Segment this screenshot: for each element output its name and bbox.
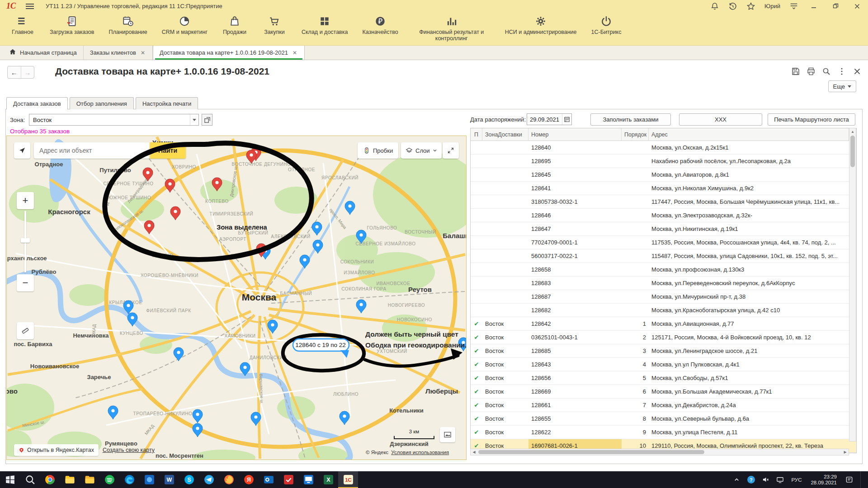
save-icon[interactable] <box>791 67 800 76</box>
form-tab[interactable]: Настройка печати <box>136 97 198 109</box>
vertical-scroll-thumb[interactable] <box>850 136 855 167</box>
redapp-icon[interactable] <box>278 471 298 488</box>
table-row[interactable]: ✔Восток1286696Москва, ул.Большая Академи… <box>471 385 856 399</box>
main-menu-icon[interactable] <box>26 4 34 9</box>
table-row[interactable]: ✔Восток1286229Москва, ул.улица Пестеля, … <box>471 426 856 439</box>
column-header[interactable]: Порядок <box>622 128 649 141</box>
column-header[interactable]: Номер <box>528 128 622 141</box>
back-button[interactable]: ← <box>8 66 21 78</box>
window-tab-home[interactable]: Начальная страница <box>3 46 84 60</box>
folder2-icon[interactable] <box>80 471 99 488</box>
map-search-input[interactable] <box>34 147 150 154</box>
start-button[interactable] <box>0 471 20 488</box>
map-search-box[interactable] <box>34 142 150 159</box>
table-row[interactable]: 128682Москва, ул.Краснобогатырская улица… <box>471 304 856 317</box>
map-find-button[interactable]: Найти <box>150 142 186 159</box>
orders-date-field[interactable] <box>527 113 572 125</box>
zone-combobox[interactable] <box>29 114 199 126</box>
form-tab[interactable]: Отбор заполнения <box>70 97 134 109</box>
zone-input[interactable] <box>29 117 190 123</box>
layers-button[interactable]: Слои <box>401 142 442 159</box>
ribbon-item-chart[interactable]: Финансовый результат и контроллинг <box>406 12 498 42</box>
column-header[interactable]: П <box>471 128 482 141</box>
table-row[interactable]: 128683Москва, ул.Переведеновский переуло… <box>471 277 856 290</box>
table-row[interactable]: 128646Москва, ул.Электрозаводская, д.32к… <box>471 209 856 222</box>
vertical-scrollbar[interactable]: ▲ <box>849 128 856 441</box>
scroll-up-icon[interactable]: ▲ <box>849 128 856 135</box>
ribbon-item-boxes[interactable]: Склад и доставка <box>294 12 355 36</box>
table-row[interactable]: 77024709-0001-1117535, Россия, Москва, Р… <box>471 236 856 249</box>
skype-icon[interactable]: S <box>179 471 199 488</box>
edge-icon[interactable] <box>119 471 139 488</box>
yandex-icon[interactable]: Я <box>239 471 259 488</box>
favorites-star-icon[interactable] <box>746 2 755 11</box>
action-center-icon[interactable] <box>844 475 854 485</box>
taskbar-clock[interactable]: 23:2928.09.2021 <box>808 474 840 486</box>
table-row[interactable]: 128658Москва, ул.профсоюзная, д.130к3 <box>471 263 856 277</box>
forward-button[interactable]: → <box>21 66 34 78</box>
open-in-yandex-link[interactable]: Открыть в Яндекс.Картах <box>14 444 99 456</box>
fullscreen-button[interactable] <box>443 142 459 159</box>
notifications-bell-icon[interactable] <box>710 2 719 11</box>
yandex-map[interactable]: МоскваХимкиКрасногорскРеутовЛюберцыБалаш… <box>6 136 467 460</box>
taskbar-search-icon[interactable] <box>20 471 40 488</box>
history-icon[interactable] <box>728 2 737 11</box>
chrome-icon[interactable] <box>40 471 60 488</box>
ribbon-item-bag[interactable]: Продажи <box>215 12 255 36</box>
network-icon[interactable] <box>775 475 785 485</box>
tray-chevron-up-icon[interactable] <box>731 475 741 485</box>
orders-date-input[interactable] <box>527 116 562 123</box>
horizontal-scroll-thumb[interactable] <box>478 450 704 454</box>
user-menu-icon[interactable] <box>789 2 798 11</box>
table-row[interactable]: ✔Восток03625101-0043-12125171, Россия, М… <box>471 331 856 344</box>
firefox-icon[interactable] <box>219 471 239 488</box>
scroll-left-icon[interactable]: ◀ <box>471 450 477 454</box>
photos-icon[interactable] <box>139 471 159 488</box>
ribbon-item-menu[interactable]: Главное <box>3 12 42 36</box>
language-indicator[interactable]: РУС <box>789 477 803 483</box>
table-row[interactable]: ✔Восток1286434Москва, ул.ул Пулковская, … <box>471 358 856 371</box>
word-icon[interactable]: W <box>159 471 179 488</box>
traffic-button[interactable]: Пробки <box>358 142 398 159</box>
minimize-button[interactable] <box>807 2 820 11</box>
zoom-in-button[interactable]: + <box>17 192 34 209</box>
excel-icon[interactable]: X <box>318 471 338 488</box>
close-tab-icon[interactable]: ✕ <box>140 49 146 57</box>
zoom-slider-handle[interactable] <box>21 238 30 243</box>
scroll-right-icon[interactable]: ▶ <box>842 450 849 454</box>
ruler-button[interactable] <box>17 322 34 339</box>
ribbon-item-cart[interactable]: Закупки <box>255 12 294 36</box>
close-tab-icon[interactable]: ✕ <box>292 49 298 57</box>
zone-open-button[interactable] <box>202 114 212 126</box>
table-row[interactable]: 128640Москва, ул.Окская, д.2к15к1 <box>471 141 856 155</box>
ribbon-item-orders[interactable]: Загрузка заказов <box>42 12 101 36</box>
current-user[interactable]: Юрий <box>764 3 780 9</box>
close-form-icon[interactable] <box>853 67 862 76</box>
search-form-icon[interactable] <box>822 67 831 76</box>
more-dots-icon[interactable] <box>837 67 846 76</box>
zone-dropdown-icon[interactable] <box>190 114 198 125</box>
table-row[interactable]: 128695Нахабино рабочий посёлок, ул.Лесоп… <box>471 155 856 168</box>
table-row[interactable]: ✔Восток1286421Москва, ул.Авиационная, д.… <box>471 317 856 331</box>
ribbon-item-pie[interactable]: CRM и маркетинг <box>155 12 215 36</box>
geolocation-button[interactable] <box>14 142 30 159</box>
xxx-button[interactable]: XXX <box>679 113 762 126</box>
calendar-icon[interactable] <box>562 114 571 125</box>
table-row[interactable]: ✔Восток1286853Москва, ул.Ленинградское ш… <box>471 344 856 358</box>
window-tab[interactable]: Доставка товара на карте+ 1.0.0.16 19-08… <box>153 46 305 60</box>
ribbon-item-power[interactable]: 1С-Битрикс <box>584 12 629 36</box>
ribbon-item-gear[interactable]: НСИ и администрирование <box>498 12 584 36</box>
ribbon-item-planning[interactable]: Планирование <box>101 12 154 36</box>
onec-icon[interactable]: 1С <box>338 471 358 488</box>
table-row[interactable]: 128687Москва, ул.Мичуринский пр-т, д.38 <box>471 290 856 304</box>
greenapp-icon[interactable] <box>99 471 119 488</box>
telegram-icon[interactable] <box>199 471 219 488</box>
table-row[interactable]: 128647Москва, ул.Никитинская, д.19к1 <box>471 222 856 236</box>
table-row[interactable]: ✔Восток1286558Москва, ул.Северный бульва… <box>471 412 856 426</box>
form-tab[interactable]: Доставка заказов <box>6 97 68 109</box>
tvapp-icon[interactable] <box>298 471 318 488</box>
zoom-out-button[interactable]: − <box>17 274 34 291</box>
column-header[interactable]: Адрес <box>649 128 849 141</box>
print-route-sheet-button[interactable]: Печать Маршрутного листа <box>768 113 855 126</box>
table-row[interactable]: 31805738-0032-1117447, Россия, Москва, Б… <box>471 195 856 209</box>
